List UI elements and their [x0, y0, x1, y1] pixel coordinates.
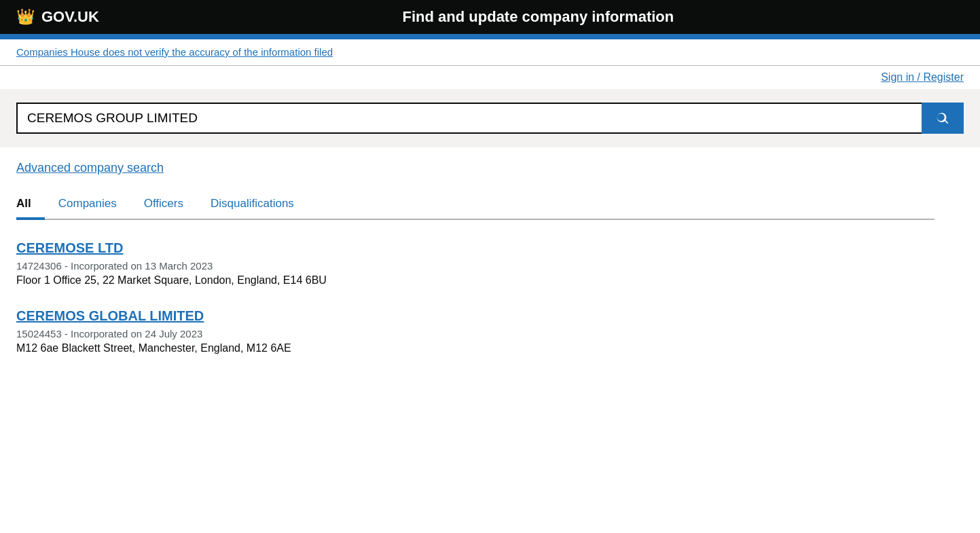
- signin-register-link[interactable]: Sign in / Register: [881, 71, 964, 84]
- crown-icon: 👑: [16, 8, 35, 26]
- search-button[interactable]: [922, 103, 964, 134]
- results-list: CEREMOSE LTD 14724306 - Incorporated on …: [16, 240, 934, 354]
- result-link[interactable]: CEREMOSE LTD: [16, 240, 123, 255]
- result-meta: 15024453 - Incorporated on 24 July 2023: [16, 328, 934, 339]
- result-meta: 14724306 - Incorporated on 13 March 2023: [16, 260, 934, 272]
- tab-companies[interactable]: Companies: [45, 191, 130, 220]
- result-item: CEREMOS GLOBAL LIMITED 15024453 - Incorp…: [16, 308, 934, 354]
- gov-uk-text: GOV.UK: [41, 8, 99, 26]
- result-item: CEREMOSE LTD 14724306 - Incorporated on …: [16, 240, 934, 287]
- search-container: [16, 103, 964, 134]
- result-title: CEREMOSE LTD: [16, 240, 934, 256]
- blue-accent-bar: [0, 34, 980, 39]
- tab-all[interactable]: All: [16, 191, 45, 220]
- result-link[interactable]: CEREMOS GLOBAL LIMITED: [16, 308, 204, 323]
- advanced-search-link[interactable]: Advanced company search: [16, 161, 164, 174]
- result-address: Floor 1 Office 25, 22 Market Square, Lon…: [16, 274, 934, 287]
- tab-disqualifications[interactable]: Disqualifications: [197, 191, 308, 220]
- notice-bar: Companies House does not verify the accu…: [0, 39, 980, 66]
- result-title: CEREMOS GLOBAL LIMITED: [16, 308, 934, 324]
- search-section: [0, 89, 980, 147]
- search-input[interactable]: [16, 103, 922, 134]
- tab-officers[interactable]: Officers: [130, 191, 197, 220]
- signin-bar: Sign in / Register: [0, 66, 980, 89]
- advanced-search-container: Advanced company search: [16, 161, 164, 175]
- site-header: 👑 GOV.UK Find and update company informa…: [0, 0, 980, 34]
- site-title: Find and update company information: [113, 8, 964, 26]
- main-content: Advanced company search All Companies Of…: [0, 147, 951, 390]
- gov-uk-logo: 👑 GOV.UK: [16, 8, 99, 26]
- search-tabs: All Companies Officers Disqualifications: [16, 191, 934, 220]
- search-icon: [935, 111, 950, 126]
- result-address: M12 6ae Blackett Street, Manchester, Eng…: [16, 342, 934, 354]
- notice-link[interactable]: Companies House does not verify the accu…: [16, 46, 333, 58]
